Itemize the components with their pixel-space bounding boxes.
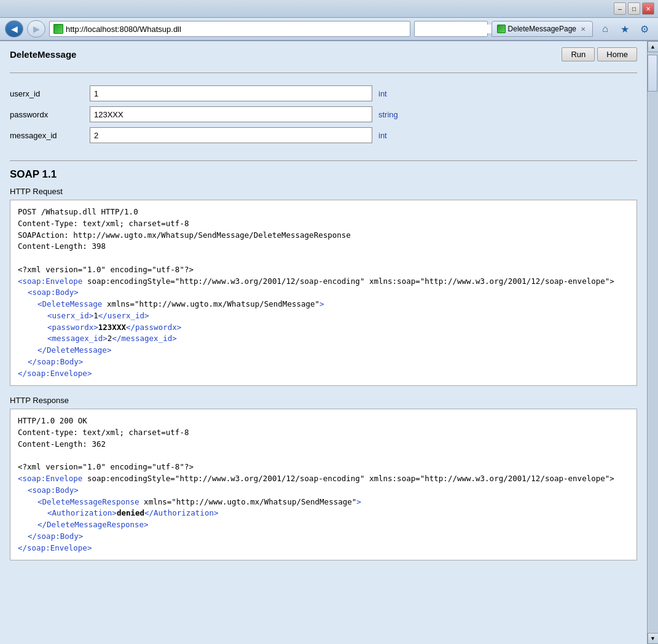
response-xml-header: <?xml version="1.0" encoding="utf-8"?> — [18, 461, 629, 473]
request-envelope-close: </soap:Envelope> — [18, 368, 629, 380]
scrollbar[interactable]: ▲ ▼ — [647, 41, 658, 644]
response-envelope-close: </soap:Envelope> — [18, 543, 629, 554]
scroll-up-button[interactable]: ▲ — [648, 41, 659, 52]
response-line-3: Content-Length: 362 — [18, 439, 629, 450]
response-code-box: HTTP/1.0 200 OK Content-type: text/xml; … — [10, 409, 637, 560]
type-messagex-id[interactable]: int — [378, 131, 387, 140]
form-row-messagex-id: messagex_id int — [10, 127, 637, 143]
scroll-track — [648, 52, 659, 633]
run-button[interactable]: Run — [562, 47, 595, 61]
request-body-close: </soap:Body> — [28, 356, 629, 368]
response-line-2: Content-type: text/xml; charset=utf-8 — [18, 427, 629, 439]
settings-icon[interactable]: ⚙ — [636, 20, 653, 37]
input-userx-id[interactable] — [90, 85, 372, 101]
response-delete-response-open: <DeleteMessageResponse xmlns="http://www… — [37, 497, 629, 508]
label-messagex-id: messagex_id — [10, 131, 84, 140]
search-box[interactable]: 🔍 ▼ ↻ — [414, 21, 488, 37]
request-line-3: SOAPAction: http://www.ugto.mx/Whatsup/S… — [18, 230, 629, 242]
maximize-button[interactable]: □ — [628, 2, 640, 15]
http-request-section: HTTP Request POST /Whatsup.dll HTTP/1.0 … — [10, 187, 637, 386]
response-body-open: <soap:Body> — [28, 485, 629, 497]
page-title: DeleteMessage — [10, 49, 76, 60]
request-code-box: POST /Whatsup.dll HTTP/1.0 Content-Type:… — [10, 200, 637, 386]
scroll-down-button[interactable]: ▼ — [648, 633, 659, 644]
response-delete-response-close: </DeleteMessageResponse> — [37, 519, 629, 531]
form-row-passwordx: passwordx string — [10, 106, 637, 122]
request-xml-header: <?xml version="1.0" encoding="utf-8"?> — [18, 264, 629, 276]
label-passwordx: passwordx — [10, 110, 84, 119]
input-passwordx[interactable] — [90, 106, 372, 122]
label-userx-id: userx_id — [10, 89, 84, 98]
address-bar[interactable]: http://localhost:8080/Whatsup.dll — [49, 21, 410, 37]
form-row-userx-id: userx_id int — [10, 85, 637, 101]
response-body-close: </soap:Body> — [28, 531, 629, 543]
response-envelope-open: <soap:Envelope soap:encodingStyle="http:… — [18, 473, 629, 485]
request-messagex-id: <messagex_id>2</messagex_id> — [47, 333, 629, 345]
type-userx-id[interactable]: int — [378, 89, 387, 98]
scroll-thumb[interactable] — [648, 55, 657, 92]
request-userx-id: <userx_id>1</userx_id> — [47, 310, 629, 322]
tab-favicon — [497, 25, 506, 33]
request-line-4: Content-Length: 398 — [18, 241, 629, 253]
browser-tab[interactable]: DeleteMessagePage ✕ — [492, 21, 593, 37]
response-line-1: HTTP/1.0 200 OK — [18, 415, 629, 427]
request-body-open: <soap:Body> — [28, 287, 629, 299]
tab-title: DeleteMessagePage — [508, 25, 576, 33]
response-label: HTTP Response — [10, 396, 637, 405]
request-envelope-open: <soap:Envelope soap:encodingStyle="http:… — [18, 276, 629, 288]
soap-title: SOAP 1.1 — [10, 168, 637, 181]
response-authorization: <Authorization>denied</Authorization> — [47, 508, 629, 519]
forward-button[interactable]: ▶ — [27, 20, 45, 37]
http-response-section: HTTP Response HTTP/1.0 200 OK Content-ty… — [10, 396, 637, 560]
minimize-button[interactable]: – — [614, 2, 626, 15]
close-button[interactable]: ✕ — [642, 2, 654, 15]
favorites-icon[interactable]: ★ — [616, 20, 633, 37]
request-line-2: Content-Type: text/xml; charset=utf-8 — [18, 218, 629, 230]
site-icon — [53, 24, 63, 34]
type-passwordx[interactable]: string — [378, 110, 398, 119]
request-label: HTTP Request — [10, 187, 637, 196]
input-messagex-id[interactable] — [90, 127, 372, 143]
back-button[interactable]: ◀ — [5, 20, 23, 37]
home-button[interactable]: Home — [597, 47, 637, 61]
request-passwordx: <passwordx>123XXX</passwordx> — [47, 322, 629, 334]
url-text: http://localhost:8080/Whatsup.dll — [66, 25, 406, 34]
form-section: userx_id int passwordx string messagex_i… — [10, 79, 637, 154]
tab-close-icon[interactable]: ✕ — [579, 25, 587, 33]
request-delete-open: <DeleteMessage xmlns="http://www.ugto.mx… — [37, 299, 629, 310]
request-delete-close: </DeleteMessage> — [37, 345, 629, 356]
home-icon[interactable]: ⌂ — [597, 20, 614, 37]
request-line-1: POST /Whatsup.dll HTTP/1.0 — [18, 206, 629, 218]
